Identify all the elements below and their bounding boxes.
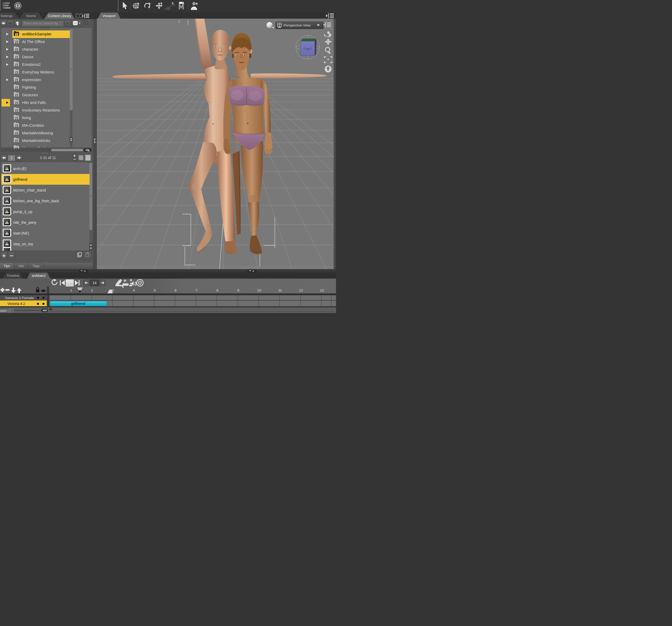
svg-text:Front: Front: [304, 47, 312, 51]
svg-text:S: S: [16, 86, 17, 89]
svg-text:Genesis 2 Female: Genesis 2 Female: [5, 296, 34, 300]
svg-text:S: S: [16, 71, 17, 74]
svg-text:8: 8: [216, 288, 218, 292]
svg-text:S: S: [16, 79, 17, 82]
svg-text:S: S: [16, 132, 17, 135]
svg-text:7: 7: [196, 288, 198, 292]
svg-text:zoom: zoom: [0, 308, 6, 313]
svg-text:S: S: [16, 109, 17, 112]
svg-text:girlfriend: girlfriend: [71, 301, 85, 306]
svg-text:6: 6: [174, 288, 177, 292]
svg-text:S: S: [16, 125, 17, 127]
svg-text:Victoria 4.2: Victoria 4.2: [7, 302, 25, 306]
svg-text:S: S: [16, 56, 17, 59]
svg-text:S: S: [16, 41, 17, 44]
svg-text:9: 9: [237, 288, 239, 292]
svg-text:1: 1: [70, 288, 72, 292]
svg-text:14: 14: [92, 281, 97, 285]
svg-text:2: 2: [91, 288, 93, 292]
svg-text:S: S: [16, 49, 17, 51]
svg-text:S: S: [16, 94, 17, 97]
svg-text:12: 12: [299, 288, 303, 292]
svg-text:10: 10: [257, 288, 261, 292]
svg-text:11: 11: [278, 288, 282, 292]
svg-text:S: S: [16, 64, 17, 66]
svg-text:S: S: [16, 102, 17, 104]
svg-text:S: S: [16, 117, 17, 120]
svg-text:S: S: [16, 140, 17, 143]
svg-text:Perspective View: Perspective View: [284, 23, 311, 27]
svg-text:4: 4: [133, 288, 135, 292]
svg-text:S: S: [16, 33, 17, 36]
svg-text:13: 13: [320, 288, 324, 292]
svg-text:5: 5: [154, 288, 156, 292]
